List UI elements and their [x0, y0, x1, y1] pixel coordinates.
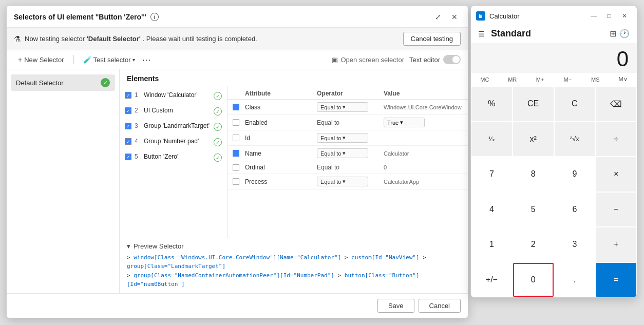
info-icon[interactable]: i [150, 13, 159, 21]
history-icon[interactable]: ⊞ [610, 29, 616, 39]
memory-clear-button[interactable]: MC [471, 73, 499, 86]
cancel-button[interactable]: Cancel [419, 299, 461, 313]
attr-value-select-enabled[interactable]: True ▾ [384, 118, 425, 127]
clear-entry-button[interactable]: CE [513, 87, 554, 121]
element-checkbox-2[interactable]: ✓ [125, 107, 131, 114]
six-button[interactable]: 6 [555, 193, 595, 227]
default-selector-item[interactable]: Default Selector ✓ [11, 74, 115, 91]
calc-close-button[interactable]: ✕ [617, 10, 632, 22]
dialog-footer: Save Cancel [7, 293, 468, 318]
preview-line-1: > window[Class="Windows.UI.Core.CoreWind… [127, 253, 461, 271]
right-panel: Elements ✓ 1 Window 'Calculator' ✓ ✓ 2 U… [120, 69, 468, 293]
calc-buttons: % CE C ⌫ ¹∕ₓ x² ²√x ÷ 7 8 9 × 4 5 6 − 1 [471, 86, 637, 297]
restore-button[interactable]: ⤢ [432, 11, 444, 23]
element-row[interactable]: ✓ 5 Button 'Zero' ✓ [120, 149, 227, 165]
attr-operator-select-class[interactable]: Equal to ▾ [317, 102, 368, 112]
clock-icon[interactable]: 🕐 [619, 29, 630, 39]
element-checkbox-1[interactable]: ✓ [125, 92, 131, 99]
attr-operator-text-ordinal: Equal to [317, 164, 339, 171]
attr-checkbox-name[interactable] [233, 150, 239, 157]
calculator-window: 🖩 Calculator — □ ✕ ☰ Standard ⊞ 🕐 0 MC M… [470, 5, 637, 298]
element-num-5: 5 [135, 153, 141, 160]
preview-section: ▾ Preview Selector > window[Class="Windo… [120, 238, 468, 293]
save-button[interactable]: Save [377, 299, 414, 313]
attr-checkbox-process[interactable] [233, 178, 239, 185]
open-screen-selector-button[interactable]: ▣ Open screen selector [332, 56, 404, 64]
element-checkbox-3[interactable]: ✓ [125, 123, 131, 129]
negate-button[interactable]: +/− [471, 263, 512, 297]
attr-name-name: Name [245, 150, 317, 157]
memory-plus-button[interactable]: M+ [526, 73, 554, 86]
memory-recall-button[interactable]: MR [499, 73, 526, 86]
attr-checkbox-enabled[interactable] [233, 119, 239, 126]
percent-button[interactable]: % [471, 87, 512, 121]
attr-operator-select-id[interactable]: Equal to ▾ [317, 133, 368, 143]
clear-button[interactable]: C [555, 87, 595, 121]
element-check-4: ✓ [214, 138, 222, 146]
subtract-button[interactable]: − [596, 193, 636, 227]
plus-icon: + [18, 55, 22, 64]
zero-button[interactable]: 0 Default Selector [513, 263, 554, 297]
cancel-testing-button[interactable]: Cancel testing [403, 32, 461, 46]
calc-row-6: +/− 0 Default Selector . = [471, 262, 637, 298]
text-editor-toggle[interactable] [443, 55, 461, 64]
five-button[interactable]: 5 [513, 193, 554, 227]
memory-minus-button[interactable]: M− [554, 73, 581, 86]
element-num-2: 2 [135, 107, 141, 114]
attr-header-row: Attribute Operator Value [228, 88, 468, 100]
text-editor-toggle-group: Text editor [409, 55, 461, 64]
new-selector-button[interactable]: + New Selector [14, 53, 68, 66]
more-options-icon[interactable]: ··· [142, 55, 151, 64]
memory-list-button[interactable]: M∨ [609, 73, 637, 86]
attr-operator-select-process[interactable]: Equal to ▾ [317, 177, 368, 186]
attr-row-class: Class Equal to ▾ Windows.UI.Core.CoreWin… [228, 100, 468, 115]
chevron-down-icon: ▾ [132, 57, 135, 63]
element-row[interactable]: ✓ 4 Group 'Number pad' ✓ [120, 134, 227, 149]
decimal-button[interactable]: . [555, 263, 595, 297]
two-button[interactable]: 2 [513, 227, 554, 262]
close-dialog-button[interactable]: ✕ [448, 11, 461, 23]
nine-button[interactable]: 9 [555, 157, 595, 192]
attr-value-name: Calculator [384, 150, 463, 157]
preview-header[interactable]: ▾ Preview Selector [127, 242, 461, 250]
hamburger-icon[interactable]: ☰ [478, 30, 485, 38]
calc-row-5: 1 2 3 + [471, 227, 637, 262]
one-button[interactable]: 1 [471, 227, 512, 262]
attr-checkbox-ordinal[interactable] [233, 164, 239, 171]
multiply-button[interactable]: × [596, 157, 636, 192]
attr-value-process: CalculatorApp [384, 179, 463, 185]
calc-minimize-button[interactable]: — [586, 10, 601, 22]
backspace-button[interactable]: ⌫ [596, 87, 636, 121]
reciprocal-button[interactable]: ¹∕ₓ [471, 122, 512, 157]
attr-operator-select-name[interactable]: Equal to ▾ [317, 148, 368, 158]
memory-store-button[interactable]: MS [581, 73, 609, 86]
sqrt-button[interactable]: ²√x [555, 122, 595, 157]
equals-button[interactable]: = [596, 263, 636, 297]
seven-button[interactable]: 7 [471, 157, 512, 192]
element-checkbox-4[interactable]: ✓ [125, 138, 131, 145]
toolbar-divider [73, 55, 74, 64]
element-row[interactable]: ✓ 3 Group 'LandmarkTarget' ✓ [120, 119, 227, 134]
three-button[interactable]: 3 [555, 227, 595, 262]
attr-checkbox-id[interactable] [233, 135, 239, 141]
eight-button[interactable]: 8 [513, 157, 554, 192]
divide-button[interactable]: ÷ [596, 122, 636, 157]
element-row[interactable]: ✓ 2 UI Custom ✓ [120, 103, 227, 119]
test-selector-button[interactable]: 🧪 Test selector ▾ [79, 54, 140, 66]
calc-maximize-button[interactable]: □ [602, 10, 616, 22]
element-row[interactable]: ✓ 1 Window 'Calculator' ✓ [120, 88, 227, 103]
attr-name-class: Class [245, 104, 317, 111]
left-panel: Default Selector ✓ [7, 69, 120, 293]
add-button[interactable]: + [596, 227, 636, 262]
preview-label: Preview Selector [134, 242, 184, 250]
element-num-3: 3 [135, 122, 141, 129]
elements-header: Elements [120, 69, 468, 86]
attr-name-enabled: Enabled [245, 119, 317, 126]
attr-checkbox-class[interactable] [233, 104, 239, 110]
selectors-dialog: Selectors of UI element "Button 'Zero'" … [6, 5, 468, 318]
element-checkbox-5[interactable]: ✓ [125, 154, 131, 160]
four-button[interactable]: 4 [471, 193, 512, 227]
element-name-4: Group 'Number pad' [144, 137, 211, 146]
square-button[interactable]: x² [513, 122, 554, 157]
calc-row-2: ¹∕ₓ x² ²√x ÷ [471, 122, 637, 157]
